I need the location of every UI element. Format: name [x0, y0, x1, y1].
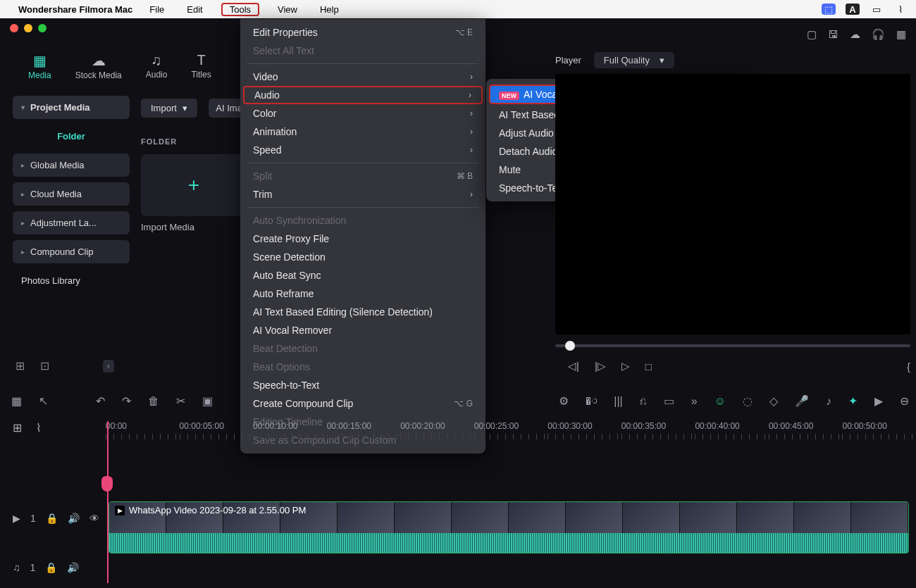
support-icon[interactable]: 🎧 [872, 28, 885, 41]
link-icon[interactable]: ⌇ [36, 421, 42, 434]
chevron-right-icon: › [470, 189, 473, 199]
new-bin-icon[interactable]: ⊡ [40, 359, 49, 373]
crop-icon[interactable]: ▣ [202, 394, 213, 408]
menu-item-ai-vocal-remover[interactable]: AI Vocal Remover [240, 321, 485, 339]
appstore-icon[interactable]: ⬚ [822, 4, 836, 15]
music-icon[interactable]: ♪ [826, 395, 831, 408]
sidebar-item-project-media[interactable]: ▾Project Media [13, 96, 130, 119]
player-progress[interactable] [555, 344, 910, 347]
video-preview[interactable] [555, 74, 910, 334]
more-icon[interactable]: » [691, 395, 698, 408]
menu-item-label: Beat Options [253, 361, 310, 373]
sidebar-item-cloud-media[interactable]: ▸Cloud Media [13, 182, 130, 206]
battery-icon[interactable]: ▭ [869, 4, 884, 15]
ai-face-icon[interactable]: ☺ [714, 395, 726, 408]
prev-frame-button[interactable]: ◁| [568, 360, 579, 373]
import-button[interactable]: Import▾ [141, 99, 197, 118]
keyframe-icon[interactable]: ✦ [848, 394, 858, 408]
lock-icon[interactable]: 🔒 [45, 562, 57, 573]
mic-icon[interactable]: 🎤 [795, 394, 809, 408]
grid-icon[interactable]: ▦ [896, 28, 906, 41]
tab-media[interactable]: ▦Media [28, 52, 51, 80]
timeline-ruler[interactable]: 00:0000:00:05:0000:00:10:0000:00:15:0000… [106, 421, 916, 431]
save-icon[interactable]: 🖫 [828, 28, 838, 41]
sidebar-item-photos-library[interactable]: Photos Library [13, 269, 130, 292]
submenu-item-label: Mute [499, 164, 521, 175]
layout-icon[interactable]: ▦ [11, 394, 22, 408]
mute-icon[interactable]: 🔊 [68, 513, 80, 524]
mixer-icon[interactable]: ⚙ [559, 394, 569, 408]
menu-item-video[interactable]: Video› [240, 68, 485, 86]
submenu-item-label: Detach Audio [499, 146, 557, 157]
settings-icon[interactable]: �ుు [586, 395, 597, 408]
menu-view[interactable]: View [273, 3, 302, 16]
menu-item-scene-detection[interactable]: Scene Detection [240, 248, 485, 266]
menu-item-speech-to-text[interactable]: Speech-to-Text [240, 376, 485, 394]
play-button[interactable]: ▷ [621, 360, 630, 373]
wifi-icon[interactable]: ⌇ [893, 4, 908, 15]
color-tool-icon[interactable]: ◌ [743, 394, 753, 408]
marker-icon[interactable]: ◇ [769, 394, 778, 408]
menu-item-color[interactable]: Color› [240, 104, 485, 123]
menu-item-label: Animation [253, 126, 297, 137]
zoom-out-icon[interactable]: ⊖ [900, 394, 909, 408]
tab-stock-media[interactable]: ☁Stock Media [75, 52, 122, 80]
menu-item-edit-properties[interactable]: Edit Properties⌥ E [240, 23, 485, 42]
menu-help[interactable]: Help [316, 3, 343, 16]
sidebar-item-global-media[interactable]: ▸Global Media [13, 154, 130, 177]
playhead-handle[interactable] [101, 476, 113, 492]
delete-icon[interactable]: 🗑 [148, 395, 159, 408]
mute-icon[interactable]: 🔊 [67, 562, 79, 573]
menu-tools[interactable]: Tools [221, 3, 259, 16]
menu-item-audio[interactable]: Audio› [243, 86, 483, 104]
visibility-icon[interactable]: 👁 [89, 513, 99, 524]
ruler-tick: 00:00:15:00 [327, 421, 401, 431]
input-source-icon[interactable]: A [846, 4, 860, 15]
media-icon: ▦ [28, 52, 51, 69]
sidebar-item-folder[interactable]: Folder [13, 125, 130, 148]
add-track-icon[interactable]: ⊞ [13, 421, 22, 434]
menu-edit[interactable]: Edit [182, 3, 206, 16]
menu-item-label: Auto Reframe [253, 288, 314, 299]
video-track-num: 1 [30, 513, 36, 524]
render-icon[interactable]: ▶ [874, 394, 883, 408]
new-folder-icon[interactable]: ⊞ [16, 359, 25, 373]
cut-icon[interactable]: ✂ [176, 394, 185, 408]
tab-titles[interactable]: TTitles [191, 52, 211, 80]
expand-player-button[interactable]: { [907, 361, 910, 373]
menu-item-animation[interactable]: Animation› [240, 123, 485, 141]
display-icon[interactable]: ▢ [807, 28, 817, 41]
import-media-tile[interactable]: + [141, 154, 247, 216]
collapse-sidebar-button[interactable]: ‹ [103, 360, 114, 373]
menu-item-auto-beat-sync[interactable]: Auto Beat Sync [240, 266, 485, 284]
quality-select[interactable]: Full Quality▾ [594, 52, 674, 68]
chevron-down-icon: ▾ [660, 55, 664, 65]
menu-item-create-proxy-file[interactable]: Create Proxy File [240, 230, 485, 248]
undo-icon[interactable]: ↶ [96, 394, 105, 408]
sidebar-item-label: Folder [57, 131, 85, 142]
menu-item-auto-reframe[interactable]: Auto Reframe [240, 284, 485, 303]
workspace-tabs: ▦Media ☁Stock Media ♫Audio TTitles [28, 52, 211, 80]
effects-icon[interactable]: ⎌ [640, 395, 647, 408]
redo-icon[interactable]: ↷ [122, 394, 131, 408]
subtitle-icon[interactable]: ▭ [664, 394, 674, 408]
sidebar-item-compound-clip[interactable]: ▸Compound Clip [13, 240, 130, 263]
menu-item-speed[interactable]: Speed› [240, 141, 485, 159]
tab-audio[interactable]: ♫Audio [146, 52, 168, 80]
next-frame-button[interactable]: |▷ [595, 360, 606, 373]
cloud-icon[interactable]: ☁ [850, 28, 860, 41]
sidebar-item-adjustment-layer[interactable]: ▸Adjustment La... [13, 211, 130, 234]
tab-label: Audio [146, 70, 168, 80]
ruler-tick: 00:00:45:00 [769, 421, 843, 431]
menu-item-ai-text-based-editing-silence-detection-[interactable]: AI Text Based Editing (Silence Detection… [240, 303, 485, 321]
sidebar-item-label: Compound Clip [30, 246, 94, 257]
video-clip[interactable]: ▶ WhatsApp Video 2023-09-28 at 2.55.00 P… [109, 501, 909, 553]
progress-knob[interactable] [565, 341, 575, 351]
menu-item-trim[interactable]: Trim› [240, 185, 485, 204]
menu-file[interactable]: File [145, 3, 168, 16]
select-tool-icon[interactable]: ↖ [39, 394, 48, 408]
audio-tool-icon[interactable]: ||| [614, 395, 622, 408]
ruler-tick: 00:00:25:00 [474, 421, 548, 431]
stop-button[interactable]: □ [645, 361, 652, 373]
lock-icon[interactable]: 🔒 [46, 513, 58, 524]
